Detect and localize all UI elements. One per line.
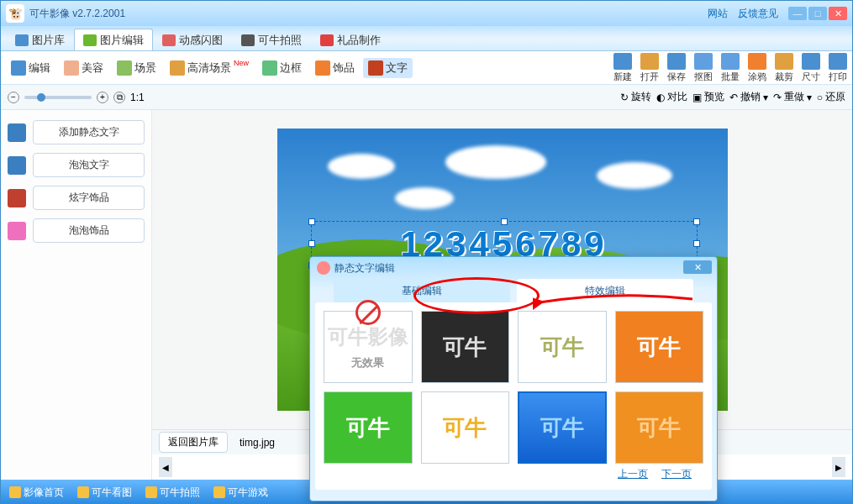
tool-打印[interactable]: 打印 xyxy=(829,53,847,83)
main-tabs: 图片库图片编辑动感闪图可牛拍照礼品制作 xyxy=(1,26,852,51)
effect-item-0[interactable]: 可牛影像无效果 xyxy=(324,311,413,383)
leftpane-btn-2[interactable]: 炫字饰品 xyxy=(33,186,145,210)
maximize-button[interactable]: □ xyxy=(808,7,827,20)
footer-link-0[interactable]: 影像首页 xyxy=(9,486,64,500)
prev-page-link[interactable]: 上一页 xyxy=(618,467,648,481)
tool-裁剪[interactable]: 裁剪 xyxy=(775,53,793,83)
effect-item-3[interactable]: 可牛 xyxy=(615,311,704,383)
toolbar-6[interactable]: 文字 xyxy=(363,58,413,78)
effect-item-6[interactable]: 可牛 xyxy=(518,391,607,464)
tool-打开[interactable]: 打开 xyxy=(640,53,659,83)
link-website[interactable]: 网站 xyxy=(708,7,728,21)
toolbar-2[interactable]: 场景 xyxy=(112,58,161,78)
leftpane-btn-1[interactable]: 泡泡文字 xyxy=(33,153,145,177)
leftpane-icon-3 xyxy=(8,222,26,240)
tool-抠图[interactable]: 抠图 xyxy=(694,53,713,83)
dialog-title: 静态文字编辑 xyxy=(310,257,717,279)
rotate-button[interactable]: ↻ 旋转 xyxy=(620,90,651,104)
leftpane-btn-0[interactable]: 添加静态文字 xyxy=(33,120,145,144)
app-logo: 🐮 xyxy=(6,4,24,23)
main-tab-1[interactable]: 图片编辑 xyxy=(74,29,153,50)
redo-button[interactable]: ↷ 重做 ▾ xyxy=(773,90,812,104)
preview-button[interactable]: ▣ 预览 xyxy=(692,90,724,104)
footer-link-2[interactable]: 可牛拍照 xyxy=(145,486,200,500)
next-page-link[interactable]: 下一页 xyxy=(661,467,692,481)
effect-item-2[interactable]: 可牛 xyxy=(518,311,607,383)
filename-label: timg.jpg xyxy=(240,437,275,449)
sub-toolbar: − + ⧉ 1:1 ↻ 旋转 ◐ 对比 ▣ 预览 ↶ 撤销 ▾ ↷ 重做 ▾ ○… xyxy=(1,85,852,110)
footer-link-3[interactable]: 可牛游戏 xyxy=(213,486,268,500)
titlebar: 🐮 可牛影像 v2.7.2.2001 网站 反馈意见 — □ ✕ xyxy=(1,1,852,26)
effect-item-7[interactable]: 可牛 xyxy=(615,391,704,464)
zoom-fit-icon[interactable]: ⧉ xyxy=(113,92,125,103)
toolbar-4[interactable]: 边框 xyxy=(257,58,307,78)
thumb-scroll-left[interactable]: ◀ xyxy=(159,457,172,477)
left-panel: 添加静态文字泡泡文字炫字饰品泡泡饰品 xyxy=(1,110,152,480)
main-tab-4[interactable]: 礼品制作 xyxy=(311,29,390,50)
link-feedback[interactable]: 反馈意见 xyxy=(738,7,778,21)
toolbar: 编辑美容场景高清场景New边框饰品文字 新建打开保存抠图批量涂鸦裁剪尺寸打印 xyxy=(1,51,852,85)
leftpane-icon-2 xyxy=(8,189,26,207)
zoom-out-icon[interactable]: − xyxy=(8,92,19,103)
zoom-ratio[interactable]: 1:1 xyxy=(130,92,145,103)
toolbar-5[interactable]: 饰品 xyxy=(310,58,360,78)
tool-尺寸[interactable]: 尺寸 xyxy=(802,53,820,83)
restore-button[interactable]: ○ 还原 xyxy=(817,90,845,104)
tool-批量[interactable]: 批量 xyxy=(721,53,740,83)
tool-保存[interactable]: 保存 xyxy=(667,53,686,83)
dialog-close-button[interactable]: ✕ xyxy=(683,260,712,274)
tool-涂鸦[interactable]: 涂鸦 xyxy=(748,53,766,83)
effect-item-1[interactable]: 可牛 xyxy=(421,311,510,383)
back-to-library-button[interactable]: 返回图片库 xyxy=(159,432,228,453)
effect-item-5[interactable]: 可牛 xyxy=(421,391,510,464)
thumb-scroll-right[interactable]: ▶ xyxy=(832,457,845,477)
toolbar-3[interactable]: 高清场景New xyxy=(165,58,254,78)
close-button[interactable]: ✕ xyxy=(829,7,847,20)
toolbar-1[interactable]: 美容 xyxy=(59,58,108,78)
app-title: 可牛影像 v2.7.2.2001 xyxy=(29,7,125,21)
main-tab-0[interactable]: 图片库 xyxy=(6,29,74,50)
dialog-tab-0[interactable]: 基础编辑 xyxy=(334,279,510,302)
leftpane-btn-3[interactable]: 泡泡饰品 xyxy=(33,218,145,243)
dialog-tab-1[interactable]: 特效编辑 xyxy=(517,279,693,302)
leftpane-icon-1 xyxy=(8,156,26,175)
leftpane-icon-0 xyxy=(8,123,26,142)
minimize-button[interactable]: — xyxy=(788,7,807,20)
main-tab-2[interactable]: 动感闪图 xyxy=(153,29,232,50)
main-tab-3[interactable]: 可牛拍照 xyxy=(232,29,311,50)
footer-link-1[interactable]: 可牛看图 xyxy=(77,486,132,500)
tool-新建[interactable]: 新建 xyxy=(613,53,632,83)
zoom-in-icon[interactable]: + xyxy=(97,92,108,103)
effect-item-4[interactable]: 可牛 xyxy=(324,391,413,464)
text-edit-dialog: 静态文字编辑 ✕ 基础编辑特效编辑 可牛影像无效果可牛可牛可牛可牛可牛可牛可牛 … xyxy=(309,256,718,501)
dialog-icon xyxy=(317,261,330,275)
undo-button[interactable]: ↶ 撤销 ▾ xyxy=(729,90,768,104)
zoom-slider[interactable] xyxy=(24,96,92,99)
compare-button[interactable]: ◐ 对比 xyxy=(656,90,687,104)
toolbar-0[interactable]: 编辑 xyxy=(6,58,55,78)
